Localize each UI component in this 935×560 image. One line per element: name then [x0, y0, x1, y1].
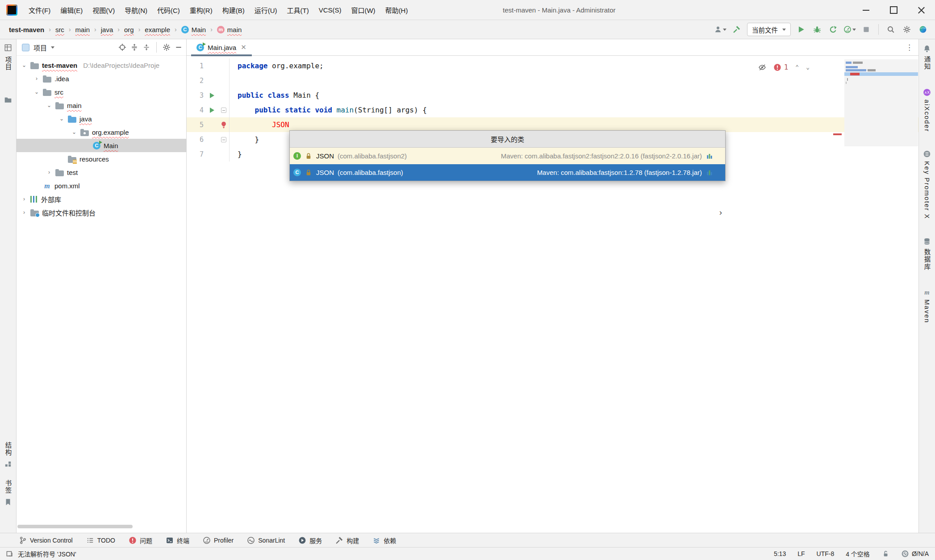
breadcrumb-item[interactable]: org [122, 25, 136, 34]
tree-row[interactable]: ›test [17, 166, 186, 179]
tab-close-icon[interactable]: ✕ [241, 43, 246, 51]
breadcrumb-item[interactable]: src [54, 25, 66, 34]
editor-body[interactable]: 1package org.example;23public class Main… [187, 56, 918, 533]
breadcrumb-item[interactable]: CMain [179, 25, 208, 34]
run-button[interactable] [795, 23, 807, 36]
tool-window-button[interactable]: Profiler [203, 536, 234, 544]
run-config-selector[interactable]: 当前文件 [747, 23, 791, 36]
fold-icon[interactable] [221, 137, 226, 142]
menu-item[interactable]: 编辑(E) [55, 3, 88, 17]
panel-settings-icon[interactable] [163, 43, 171, 51]
chevron-icon[interactable]: ⌄ [46, 102, 52, 108]
indent-setting[interactable]: 4 个空格 [846, 549, 870, 558]
tool-window-button[interactable]: 问题 [129, 536, 152, 545]
minimize-button[interactable] [852, 0, 880, 20]
chevron-icon[interactable]: › [21, 196, 27, 202]
project-view-dropdown[interactable] [51, 46, 54, 49]
menu-item[interactable]: 帮助(H) [380, 3, 413, 17]
tool-stripe-maven[interactable]: mMaven [923, 288, 931, 324]
user-button[interactable] [714, 23, 726, 36]
no-inspection-icon[interactable] [901, 550, 909, 558]
tool-window-button[interactable]: SonarLint [247, 536, 285, 544]
chevron-icon[interactable]: ⌄ [58, 116, 65, 122]
tool-window-button[interactable]: 依赖 [372, 536, 396, 545]
horizontal-scrollbar[interactable] [17, 525, 133, 528]
breadcrumb-item[interactable]: example [143, 25, 172, 34]
import-candidate-row[interactable]: IJSON(com.alibaba.fastjson2)Maven: com.a… [290, 148, 725, 164]
menu-item[interactable]: VCS(S) [314, 4, 346, 17]
tool-stripe-数据库[interactable]: 数据库 [922, 237, 932, 271]
tree-row[interactable]: ›.idea [17, 72, 186, 85]
build-hammer-button[interactable] [731, 23, 743, 36]
import-candidate-row[interactable]: CJSON(com.alibaba.fastjson)Maven: com.al… [290, 164, 725, 181]
tool-stripe-project[interactable]: 项目 [0, 44, 16, 104]
line-separator[interactable]: LF [797, 550, 805, 557]
tree-row[interactable]: ⌄org.example [17, 125, 186, 139]
menu-item[interactable]: 窗口(W) [346, 3, 380, 17]
menu-item[interactable]: 重构(R) [185, 3, 217, 17]
debug-button[interactable] [811, 23, 823, 36]
submenu-arrow-icon[interactable]: › [719, 207, 722, 217]
tab-options-icon[interactable]: ⋮ [906, 43, 913, 52]
menu-item[interactable]: 运行(U) [250, 3, 282, 17]
tool-stripe-structure[interactable]: 结构 [4, 442, 13, 468]
tool-window-button[interactable]: 构建 [335, 536, 359, 545]
error-bulb-icon[interactable] [220, 121, 228, 129]
tree-row[interactable]: ›外部库 [17, 192, 186, 206]
tool-stripe-bookmarks[interactable]: 书签 [4, 480, 13, 506]
unlock-icon[interactable] [881, 550, 889, 558]
tree-row[interactable]: ⌄java [17, 112, 186, 125]
locate-icon[interactable] [118, 43, 126, 51]
run-line-icon[interactable] [210, 108, 214, 113]
chevron-icon[interactable]: ⌄ [71, 129, 77, 135]
error-badge-icon[interactable] [773, 63, 781, 71]
tool-stripe-通知[interactable]: 通知 [922, 45, 932, 71]
hide-panel-icon[interactable] [175, 43, 183, 51]
tree-row[interactable]: ⌄test-mavenD:\IdeaProjects\IdeaProje [17, 58, 186, 72]
highlight-off-icon[interactable] [758, 63, 766, 71]
collapse-all-icon[interactable] [142, 43, 150, 51]
sphere-plugin-button[interactable] [917, 23, 929, 36]
close-button[interactable] [907, 0, 935, 20]
file-encoding[interactable]: UTF-8 [817, 550, 835, 557]
breadcrumb-item[interactable]: main [74, 25, 92, 34]
profiler-button[interactable] [843, 23, 856, 36]
coverage-button[interactable] [827, 23, 839, 36]
fold-icon[interactable] [221, 108, 226, 113]
menu-item[interactable]: 代码(C) [152, 3, 185, 17]
breadcrumb-item[interactable]: test-maven [7, 25, 46, 34]
menu-item[interactable]: 工具(T) [282, 3, 313, 17]
run-line-icon[interactable] [210, 93, 214, 98]
next-error-icon[interactable]: ⌄ [806, 64, 810, 71]
prev-error-icon[interactable]: ⌃ [795, 64, 799, 71]
menu-item[interactable]: 视图(V) [88, 3, 120, 17]
error-stripe-mark[interactable] [833, 133, 842, 135]
menu-item[interactable]: 构建(B) [217, 3, 250, 17]
code-line[interactable]: 3public class Main { [187, 88, 918, 103]
code-line[interactable]: 4 public static void main(String[] args)… [187, 103, 918, 117]
chevron-icon[interactable]: › [21, 209, 27, 216]
code-minimap[interactable] [844, 59, 918, 146]
caret-position[interactable]: 5:13 [774, 550, 786, 557]
tool-window-button[interactable]: 服务 [298, 536, 322, 545]
tree-row[interactable]: CMain [17, 139, 186, 152]
settings-button[interactable] [901, 23, 913, 36]
tree-row[interactable]: resources [17, 152, 186, 166]
search-everywhere-button[interactable] [885, 23, 897, 36]
window-square-icon[interactable] [5, 550, 13, 558]
tool-window-button[interactable]: TODO [86, 536, 115, 544]
tab-main-java[interactable]: C Main.java ✕ [191, 39, 252, 56]
tree-row[interactable]: mpom.xml [17, 179, 186, 192]
tree-row[interactable]: ⌄main [17, 99, 186, 112]
menu-item[interactable]: 文件(F) [24, 3, 55, 17]
maximize-button[interactable] [880, 0, 907, 20]
chevron-icon[interactable]: ⌄ [33, 89, 40, 95]
tool-window-button[interactable]: 终端 [166, 536, 189, 545]
tool-stripe-key-promoter-x[interactable]: Key Promoter X [923, 150, 931, 219]
menu-item[interactable]: 导航(N) [120, 3, 152, 17]
chevron-icon[interactable]: › [46, 169, 52, 175]
tool-window-button[interactable]: Version Control [19, 536, 73, 544]
chevron-icon[interactable]: › [33, 75, 40, 82]
code-line[interactable]: 2 [187, 73, 918, 88]
breadcrumb-item[interactable]: java [99, 25, 115, 34]
